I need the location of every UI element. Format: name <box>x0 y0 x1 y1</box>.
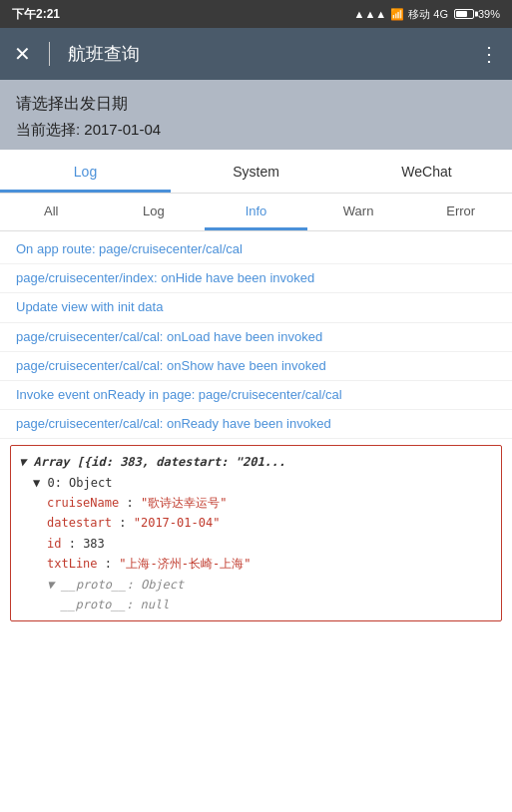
battery-label: 39% <box>478 8 500 20</box>
app-title: 航班查询 <box>68 42 140 66</box>
status-icons: ▲▲▲ 📶 移动 4G 39% <box>354 7 500 22</box>
page-header: 请选择出发日期 当前选择: 2017-01-04 <box>0 80 512 150</box>
time-display: 下午2:21 <box>12 6 60 23</box>
tab-system[interactable]: System <box>171 150 341 193</box>
prop-cruisename: cruiseName : "歌诗达幸运号" <box>19 493 493 513</box>
tab-log-sub[interactable]: Log <box>103 194 206 230</box>
prop-datestart: datestart : "2017-01-04" <box>19 513 493 533</box>
log-content: On app route: page/cruisecenter/cal/cal … <box>0 231 512 812</box>
array-block: ▼ Array [{id: 383, datestart: "201... ▼ … <box>10 445 502 621</box>
wifi-icon: 📶 <box>390 8 404 21</box>
page-header-title: 请选择出发日期 <box>16 94 496 115</box>
tab-warn[interactable]: Warn <box>307 194 410 230</box>
status-bar: 下午2:21 ▲▲▲ 📶 移动 4G 39% <box>0 0 512 28</box>
log-entry: page/cruisecenter/cal/cal: onLoad have b… <box>0 323 512 352</box>
signal-icon: ▲▲▲ <box>354 8 387 20</box>
array-header: ▼ Array [{id: 383, datestart: "201... <box>19 452 493 472</box>
tab-log[interactable]: Log <box>0 150 171 193</box>
log-entry: On app route: page/cruisecenter/cal/cal <box>0 235 512 264</box>
divider <box>49 42 50 66</box>
log-entry: page/cruisecenter/cal/cal: onReady have … <box>0 410 512 439</box>
app-bar: ✕ 航班查询 ⋮ <box>0 28 512 80</box>
tab-wechat[interactable]: WeChat <box>341 150 512 193</box>
prop-id: id : 383 <box>19 534 493 554</box>
battery-icon <box>454 9 474 19</box>
secondary-tab-bar: All Log Info Warn Error <box>0 194 512 231</box>
tab-error[interactable]: Error <box>409 194 512 230</box>
log-entry: Update view with init data <box>0 293 512 322</box>
prop-txtline: txtLine : "上海-济州-长崎-上海" <box>19 554 493 574</box>
close-icon[interactable]: ✕ <box>14 42 31 66</box>
app-bar-left: ✕ 航班查询 <box>14 42 140 66</box>
network-label: 移动 4G <box>408 7 448 22</box>
log-entry: Invoke event onReady in page: page/cruis… <box>0 381 512 410</box>
proto-null: __proto__: null <box>19 595 493 614</box>
primary-tab-bar: Log System WeChat <box>0 150 512 194</box>
log-entry: page/cruisecenter/index: onHide have bee… <box>0 264 512 293</box>
proto-object: ▼ __proto__: Object <box>19 575 493 595</box>
tab-info[interactable]: Info <box>205 194 307 230</box>
tab-all[interactable]: All <box>0 194 103 230</box>
page-header-sub: 当前选择: 2017-01-04 <box>16 121 496 140</box>
object-index: ▼ 0: Object <box>19 473 493 493</box>
log-entry: page/cruisecenter/cal/cal: onShow have b… <box>0 352 512 381</box>
more-icon[interactable]: ⋮ <box>479 42 498 66</box>
